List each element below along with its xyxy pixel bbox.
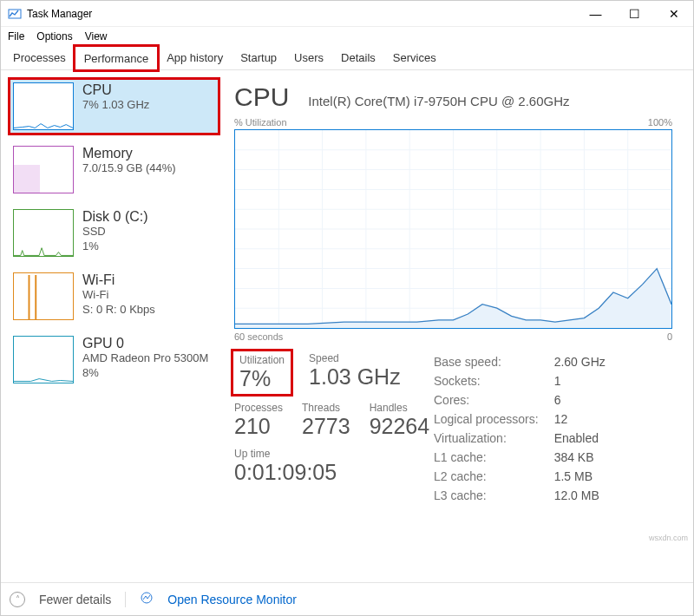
menu-options[interactable]: Options [35, 29, 74, 44]
watermark: wsxdn.com [649, 534, 688, 542]
gpu-thumbnail-icon [13, 336, 74, 383]
axis-top-right: 100% [648, 117, 672, 128]
wifi-sub1: Wi-Fi [82, 288, 155, 303]
specs-table: Base speed:2.60 GHz Sockets:1 Cores:6 Lo… [434, 352, 606, 505]
wifi-title: Wi-Fi [82, 272, 155, 288]
panel-subtitle: Intel(R) Core(TM) i7-9750H CPU @ 2.60GHz [308, 94, 569, 108]
utilization-metric: Utilization 7% [234, 352, 290, 393]
tab-services[interactable]: Services [384, 46, 445, 69]
tab-app-history[interactable]: App history [158, 46, 232, 69]
sidebar-item-gpu[interactable]: GPU 0 AMD Radeon Pro 5300M 8% [10, 332, 219, 387]
taskmgr-icon [8, 7, 22, 21]
menubar: File Options View [1, 27, 693, 46]
sidebar: CPU 7% 1.03 GHz Memory 7.0/15.9 GB (44%)… [1, 70, 222, 556]
tab-performance[interactable]: Performance [75, 46, 158, 70]
tab-processes[interactable]: Processes [4, 46, 75, 69]
main: CPU 7% 1.03 GHz Memory 7.0/15.9 GB (44%)… [1, 70, 693, 556]
detail-panel: CPU Intel(R) Core(TM) i7-9750H CPU @ 2.6… [222, 70, 693, 556]
disk-sub2: 1% [82, 239, 148, 254]
axis-bottom-left: 60 seconds [234, 331, 283, 342]
threads-metric: Threads 2773 [302, 402, 350, 439]
tabs: Processes Performance App history Startu… [1, 46, 693, 70]
gpu-sub1: AMD Radeon Pro 5300M [82, 351, 208, 366]
sidebar-item-cpu[interactable]: CPU 7% 1.03 GHz [10, 79, 219, 134]
cpu-utilization-chart[interactable] [234, 129, 672, 329]
disk-thumbnail-icon [13, 209, 74, 257]
memory-thumbnail-icon [13, 146, 74, 193]
wifi-sub2: S: 0 R: 0 Kbps [82, 303, 155, 318]
close-button[interactable]: ✕ [654, 1, 693, 27]
gpu-title: GPU 0 [82, 336, 208, 351]
gpu-sub2: 8% [82, 366, 208, 381]
open-resource-monitor-link[interactable]: Open Resource Monitor [167, 593, 297, 606]
tab-details[interactable]: Details [332, 46, 384, 69]
menu-file[interactable]: File [6, 29, 26, 44]
memory-sub: 7.0/15.9 GB (44%) [82, 161, 176, 176]
tab-users[interactable]: Users [285, 46, 332, 69]
handles-metric: Handles 92264 [370, 402, 430, 439]
disk-title: Disk 0 (C:) [82, 209, 148, 225]
fewer-details-link[interactable]: Fewer details [39, 593, 111, 606]
sidebar-item-wifi[interactable]: Wi-Fi Wi-Fi S: 0 R: 0 Kbps [10, 269, 219, 324]
cpu-sub: 7% 1.03 GHz [82, 98, 149, 113]
memory-title: Memory [82, 146, 176, 161]
axis-top-left: % Utilization [234, 117, 287, 128]
cpu-thumbnail-icon [13, 82, 74, 130]
panel-title: CPU [234, 82, 289, 112]
axis-bottom-right: 0 [667, 331, 672, 342]
sidebar-item-memory[interactable]: Memory 7.0/15.9 GB (44%) [10, 142, 219, 197]
processes-metric: Processes 210 [234, 402, 283, 439]
menu-view[interactable]: View [83, 29, 109, 44]
tab-startup[interactable]: Startup [232, 46, 285, 69]
sidebar-item-disk[interactable]: Disk 0 (C:) SSD 1% [10, 206, 219, 260]
resmon-icon [140, 591, 154, 607]
speed-metric: Speed 1.03 GHz [309, 352, 401, 393]
wifi-thumbnail-icon [13, 272, 74, 320]
maximize-button[interactable]: ☐ [615, 1, 654, 27]
footer: ˄ Fewer details Open Resource Monitor [1, 582, 693, 615]
uptime-metric: Up time 0:01:09:05 [234, 448, 337, 485]
fewer-details-icon[interactable]: ˄ [10, 592, 25, 607]
minimize-button[interactable]: — [576, 1, 615, 27]
footer-separator [125, 592, 126, 607]
disk-sub1: SSD [82, 225, 148, 239]
cpu-title: CPU [82, 82, 149, 98]
titlebar: Task Manager — ☐ ✕ [1, 1, 693, 27]
window-title: Task Manager [27, 8, 576, 20]
